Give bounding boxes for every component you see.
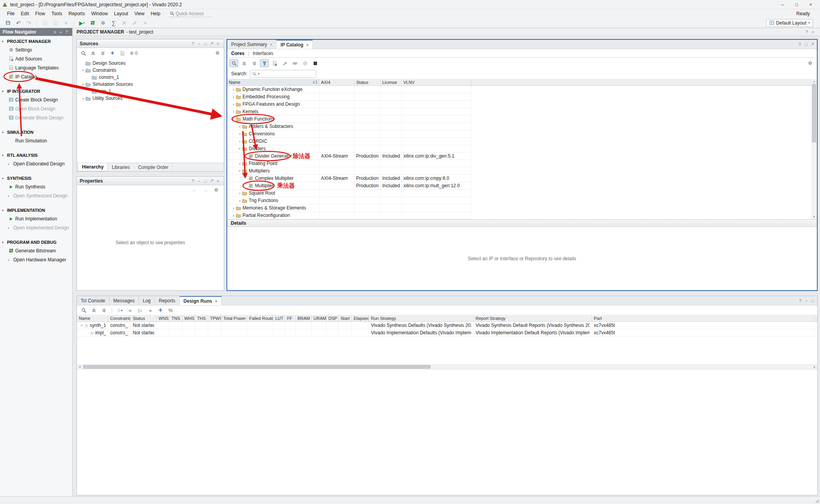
tab-ip-catalog[interactable]: IP Catalog× (276, 40, 313, 49)
menu-view[interactable]: View (131, 10, 148, 17)
expand-icon[interactable]: › (237, 198, 242, 203)
flownav-section-header-project-manager[interactable]: ▾PROJECT MANAGER (0, 37, 72, 45)
ip-row-adders-subtracters[interactable]: ›Adders & Subtracters (227, 123, 471, 130)
flownav-item-settings[interactable]: ⚙Settings (0, 45, 72, 54)
flownav-item-open-hardware-manager[interactable]: ›Open Hardware Manager (0, 255, 72, 264)
flownav-section-header-rtl-analysis[interactable]: ▾RTL ANALYSIS (0, 151, 72, 159)
ip-row-divider-generator[interactable]: ›Divider GeneratorAXI4-StreamProductionI… (227, 153, 471, 160)
sources-tab-libraries[interactable]: Libraries (108, 163, 134, 171)
sources-item-constraints[interactable]: ›Constraints (77, 67, 224, 74)
ip-row-fpga-features-and-design[interactable]: ›FPGA Features and Design (227, 101, 471, 108)
maximize-icon[interactable]: □ (809, 298, 816, 303)
flownav-section-header-ip-integrator[interactable]: ▾IP INTEGRATOR (0, 87, 72, 95)
ip-row-multiplier[interactable]: ›MultiplierProductionIncludedxilinx.com:… (227, 182, 471, 190)
minimize-icon[interactable]: − (803, 298, 809, 303)
minimize-button[interactable]: – (775, 0, 790, 9)
ip-column-license[interactable]: License (381, 79, 402, 85)
ip-row-embedded-processing[interactable]: ›Embedded Processing (227, 93, 471, 101)
menu-flow[interactable]: Flow (32, 10, 48, 17)
collapse-all-button[interactable] (240, 59, 248, 67)
expand-all-button[interactable] (98, 49, 107, 57)
step-forward-button[interactable]: » (146, 306, 155, 314)
close-design-button[interactable]: × (141, 19, 150, 27)
open-file-button[interactable] (118, 49, 127, 57)
scrollbar-thumb[interactable] (812, 84, 816, 142)
ip-search-input[interactable] (260, 71, 314, 76)
runs-column-run-strategy[interactable]: Run Strategy (369, 315, 474, 321)
expand-icon[interactable]: › (237, 191, 242, 195)
expand-icon[interactable]: › (237, 161, 242, 166)
ip-column-name[interactable]: Name∧1 (227, 79, 319, 85)
ip-row-math-functions[interactable]: ›Math Functions (227, 115, 471, 123)
subtab-interfaces[interactable]: Interfaces (253, 51, 273, 56)
maximize-icon[interactable]: □ (202, 41, 209, 46)
sources-item-sim-1[interactable]: ›sim_1 (77, 88, 224, 95)
flownav-item-run-implementation[interactable]: ▶Run Implementation (0, 214, 72, 223)
help-icon[interactable]: ? (797, 42, 803, 47)
step-back-button[interactable]: « (126, 306, 134, 314)
expand-all-button[interactable] (250, 59, 258, 67)
flownav-item-ip-catalog[interactable]: IP Catalog (0, 72, 72, 81)
runs-column-tpws[interactable]: TPWS (208, 315, 221, 321)
collapse-all-button[interactable] (89, 306, 98, 314)
float-icon[interactable]: ↗ (209, 41, 215, 46)
tab-tcl-console[interactable]: Tcl Console (77, 296, 109, 305)
ip-row-trig-functions[interactable]: ›Trig Functions (227, 197, 471, 204)
sources-settings-button[interactable]: ⚙ (213, 49, 222, 57)
generate-ip-button[interactable] (291, 59, 299, 67)
close-icon[interactable]: × (270, 42, 272, 47)
close-icon[interactable]: × (215, 179, 221, 183)
skip-to-start-button[interactable]: ❘◂ (116, 306, 124, 314)
ip-row-kernels[interactable]: ›Kernels (227, 108, 471, 115)
flownav-section-header-program-and-debug[interactable]: ▾PROGRAM AND DEBUG (0, 238, 72, 246)
scrollbar-thumb[interactable] (83, 365, 431, 369)
flownav-item-open-elaborated-design[interactable]: ›Open Elaborated Design (0, 159, 72, 168)
expand-icon[interactable]: › (237, 124, 242, 129)
flownav-item-open-implemented-design[interactable]: ›Open Implemented Design (0, 223, 72, 232)
undo-button[interactable]: ↶ (14, 19, 23, 27)
scroll-right-icon[interactable]: ▸ (812, 365, 817, 369)
flownav-section-header-synthesis[interactable]: ▾SYNTHESIS (0, 174, 72, 182)
collapse-icon[interactable]: › (80, 323, 84, 328)
ip-row-square-root[interactable]: ›Square Root (227, 190, 471, 197)
tab-project-summary[interactable]: Project Summary× (227, 40, 276, 49)
runs-column-wns[interactable]: WNS (157, 315, 169, 321)
scrollbar-track[interactable] (812, 84, 816, 214)
expand-icon[interactable]: › (231, 213, 236, 218)
runs-column-tns[interactable]: TNS (169, 315, 182, 321)
tab-reports[interactable]: Reports (155, 296, 180, 305)
runs-column-uram[interactable]: URAM (312, 315, 326, 321)
settings-button[interactable]: ⚙ (98, 19, 108, 27)
ip-search-box[interactable]: ▾ (250, 70, 316, 78)
ip-row-memories-storage-elements[interactable]: ›Memories & Storage Elements (227, 204, 471, 212)
scroll-down-icon[interactable]: ▾ (812, 214, 816, 219)
ip-row-complex-multiplier[interactable]: ›Complex MultiplierAXI4-StreamProduction… (227, 175, 471, 182)
runs-column-part[interactable]: Part (592, 315, 815, 321)
create-run-button[interactable]: + (156, 306, 165, 314)
expand-icon[interactable]: › (237, 139, 242, 144)
runs-column-report-strategy[interactable]: Report Strategy (474, 315, 592, 321)
runs-column-start[interactable]: Start (339, 315, 352, 321)
back-button[interactable]: ← (190, 186, 199, 194)
search-button[interactable] (79, 49, 87, 57)
collapse-icon[interactable]: › (81, 68, 86, 73)
group-by-category-button[interactable] (260, 59, 269, 67)
collapse-icon[interactable]: › (237, 146, 242, 151)
collapse-icon[interactable]: › (237, 169, 242, 173)
ip-column-vlnv[interactable]: VLNV (402, 79, 471, 85)
help-icon[interactable]: ? (797, 298, 803, 303)
percent-toggle-button[interactable]: % (166, 306, 175, 314)
float-icon[interactable]: ↗ (209, 178, 215, 183)
forward-button[interactable]: → (201, 186, 210, 194)
run-row-synth-1[interactable]: ›▷synth_1constrs_1Not startedVivado Synt… (77, 322, 817, 329)
ip-row-floating-point[interactable]: ›Floating Point (227, 160, 471, 167)
menu-file[interactable]: File (4, 10, 18, 17)
menu-tools[interactable]: Tools (48, 10, 65, 17)
redo-button[interactable]: ↷ (24, 19, 34, 27)
runs-column-lut[interactable]: LUT (273, 315, 285, 321)
locate-button[interactable] (301, 59, 309, 67)
scroll-left-icon[interactable]: ◂ (77, 365, 82, 369)
close-button[interactable]: × (804, 0, 818, 9)
runs-column-ff[interactable]: FF (285, 315, 296, 321)
ip-row-conversions[interactable]: ›Conversions (227, 130, 471, 138)
